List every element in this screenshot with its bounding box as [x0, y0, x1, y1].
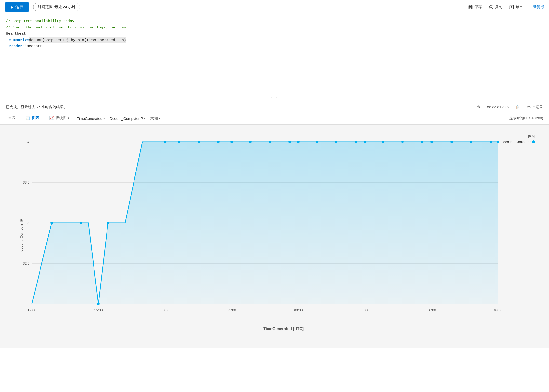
dot-13 — [364, 141, 366, 143]
copy-icon — [489, 5, 494, 10]
code-editor[interactable]: // Computers availability today // Chart… — [0, 14, 549, 93]
save-icon — [468, 5, 473, 10]
svg-text:33: 33 — [26, 221, 29, 225]
toolbar-left: ▶ 运行 时间范围: 最近 24 小时 — [5, 2, 80, 12]
time-range-selector[interactable]: 时间范围: 最近 24 小时 — [33, 3, 80, 11]
svg-text:33.5: 33.5 — [23, 180, 29, 184]
svg-text:18:00: 18:00 — [161, 308, 169, 312]
svg-text:34: 34 — [26, 140, 29, 144]
svg-point-1 — [489, 5, 493, 9]
status-clock-icon: ⏱ — [477, 105, 480, 109]
tab-linechart[interactable]: 📈 折线图 ▾ — [47, 114, 72, 122]
svg-rect-0 — [469, 5, 472, 9]
code-keyword-render: render — [9, 43, 22, 50]
time-display: 显示时间(UTC+00:00) — [509, 116, 543, 121]
dot-17 — [430, 141, 433, 143]
status-message: 已完成。显示过去 24 小时内的结果。 — [6, 105, 67, 109]
export-icon — [509, 5, 514, 10]
main-toolbar: ▶ 运行 时间范围: 最近 24 小时 保存 复制 导出 + 新警报 — [0, 0, 549, 14]
dot-5 — [230, 141, 233, 143]
pipe-char-1: | — [6, 37, 8, 43]
time-range-value: 最近 24 小时 — [54, 5, 75, 9]
results-toolbar: ≡ 表 📊 图表 📈 折线图 ▾ TimeGenerated ▾ Dcount_… — [0, 112, 549, 125]
dot-33-2 — [80, 222, 82, 224]
legend-box: 图例 dcount_Computer — [503, 135, 535, 144]
ellipsis-divider: ··· — [0, 93, 549, 102]
y-axis-dropdown-arrow: ▾ — [144, 117, 146, 120]
code-line-3: Heartbeat — [6, 31, 543, 37]
dot-19 — [470, 141, 472, 143]
tab-table[interactable]: ≡ 表 — [6, 114, 18, 122]
dot-2 — [178, 141, 180, 143]
chart-wrapper: dcount_ComputerIP 图例 dcount_Computer 34 … — [20, 132, 535, 338]
code-pipe-2: | render timechart — [6, 43, 543, 50]
aggregation-dropdown[interactable]: 求和 ▾ — [150, 116, 160, 121]
dot-1 — [164, 141, 166, 143]
copy-button[interactable]: 复制 — [489, 5, 502, 10]
code-keyword-summarize: summarize — [9, 37, 29, 43]
dot-32 — [97, 303, 100, 305]
dot-9 — [297, 141, 300, 143]
status-records: 25 个记录 — [527, 105, 543, 109]
status-right: ⏱ 00:00:01.080 📋 25 个记录 — [477, 105, 543, 109]
status-time: 00:00:01.080 — [487, 105, 509, 109]
svg-text:15:00: 15:00 — [94, 308, 103, 312]
dot-4 — [217, 141, 220, 143]
dot-20 — [490, 141, 492, 143]
aggregation-label: 求和 — [150, 116, 158, 121]
legend-dot — [532, 140, 535, 143]
dot-12 — [355, 141, 357, 143]
run-button[interactable]: ▶ 运行 — [5, 2, 29, 12]
code-pipe1-rest: dcount(ComputerIP) by bin(TimeGenerated,… — [29, 37, 126, 43]
legend-item-label: dcount_Computer — [503, 140, 531, 144]
code-comment-1: // Computers availability today — [6, 18, 543, 25]
dot-10 — [316, 141, 318, 143]
legend-item: dcount_Computer — [503, 140, 535, 144]
tab-table-label: 表 — [12, 116, 16, 120]
dot-7 — [269, 141, 271, 143]
code-pipe2-rest: timechart — [22, 43, 42, 50]
new-alert-button[interactable]: + 新警报 — [530, 5, 544, 9]
y-axis-dropdown[interactable]: Dcount_ComputerIP ▾ — [110, 116, 146, 121]
status-bar: 已完成。显示过去 24 小时内的结果。 ⏱ 00:00:01.080 📋 25 … — [0, 102, 549, 112]
tab-linechart-label: 折线图 — [55, 116, 67, 120]
dot-16 — [421, 141, 423, 143]
dot-3 — [198, 141, 200, 143]
x-axis-label: TimeGenerated [UTC] — [32, 327, 535, 331]
svg-text:09:00: 09:00 — [494, 308, 502, 312]
chart-icon: 📊 — [26, 116, 30, 120]
dot-6 — [249, 141, 252, 143]
export-button[interactable]: 导出 — [509, 5, 523, 10]
tab-chart[interactable]: 📊 图表 — [23, 114, 42, 122]
dot-11 — [335, 141, 337, 143]
legend-title: 图例 — [503, 135, 535, 139]
linechart-dropdown-arrow: ▾ — [68, 116, 69, 120]
x-axis-label: TimeGenerated — [77, 116, 102, 121]
run-icon: ▶ — [11, 5, 13, 9]
x-axis-dropdown[interactable]: TimeGenerated ▾ — [77, 116, 105, 121]
y-axis-label: dcount_ComputerIP — [19, 219, 23, 251]
dot-33-1 — [50, 222, 53, 224]
chart-area: dcount_ComputerIP 图例 dcount_Computer 34 … — [0, 125, 549, 348]
pipe-char-2: | — [6, 43, 8, 50]
toolbar-right: 保存 复制 导出 + 新警报 — [468, 5, 544, 10]
dot-15 — [401, 141, 404, 143]
svg-text:32: 32 — [26, 302, 29, 306]
status-records-icon: 📋 — [515, 105, 520, 109]
dot-21 — [497, 141, 499, 143]
svg-text:12:00: 12:00 — [27, 308, 36, 312]
svg-text:03:00: 03:00 — [361, 308, 369, 312]
y-axis-label: Dcount_ComputerIP — [110, 116, 143, 121]
dot-33-3 — [107, 222, 109, 224]
svg-text:00:00: 00:00 — [294, 308, 303, 312]
svg-text:32.5: 32.5 — [23, 261, 29, 265]
dot-14 — [382, 141, 384, 143]
time-range-prefix: 时间范围: — [38, 5, 54, 9]
chart-svg: 34 33.5 33 32.5 32 12:00 15:00 18:00 21:… — [32, 132, 535, 324]
linechart-icon: 📈 — [49, 116, 54, 120]
save-button[interactable]: 保存 — [468, 5, 482, 10]
run-label: 运行 — [15, 4, 23, 10]
svg-text:06:00: 06:00 — [427, 308, 436, 312]
results-tabs: ≡ 表 📊 图表 📈 折线图 ▾ TimeGenerated ▾ Dcount_… — [6, 114, 160, 122]
aggregation-dropdown-arrow: ▾ — [159, 117, 160, 120]
